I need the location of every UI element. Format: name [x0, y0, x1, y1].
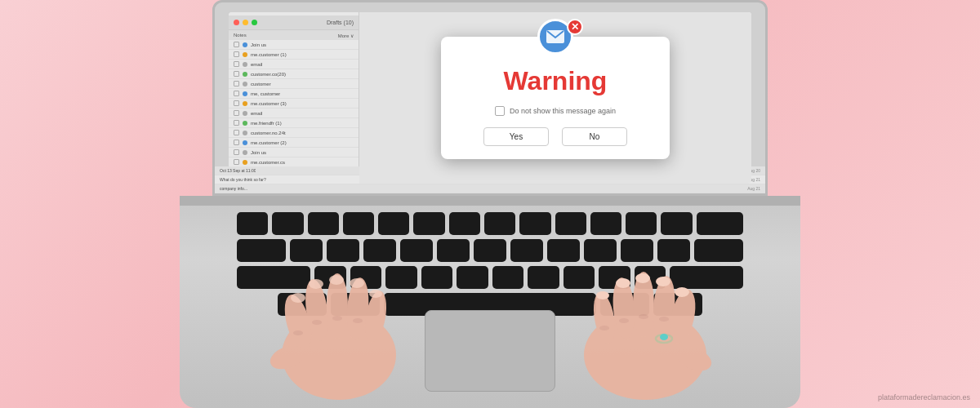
key[interactable]	[626, 212, 657, 235]
warning-title: Warning	[461, 66, 650, 96]
key-shift[interactable]	[278, 293, 327, 316]
key[interactable]	[343, 212, 374, 235]
sidebar-item: me.customer (2)	[229, 138, 359, 148]
sidebar-item: me, customer	[229, 89, 359, 99]
yes-button[interactable]: Yes	[483, 127, 549, 146]
sidebar-item: customer	[229, 79, 359, 89]
laptop-hinge	[180, 196, 800, 206]
sidebar-item: customer.co(20)	[229, 69, 359, 79]
key[interactable]	[363, 239, 396, 262]
key[interactable]	[272, 212, 303, 235]
key[interactable]	[547, 239, 580, 262]
key[interactable]	[314, 266, 346, 289]
key[interactable]	[437, 239, 470, 262]
dont-show-label: Do not show this message again	[510, 107, 616, 115]
sidebar-item: me.customer (1)	[229, 50, 359, 60]
no-button[interactable]: No	[562, 127, 627, 146]
key-enter[interactable]	[694, 239, 743, 262]
key-fn[interactable]	[331, 293, 380, 316]
key-caps[interactable]	[237, 266, 310, 289]
warning-dialog: ✕ Warning Do not show this message again…	[441, 37, 670, 159]
warning-buttons: Yes No	[461, 127, 650, 146]
key[interactable]	[237, 212, 268, 235]
key[interactable]	[584, 239, 617, 262]
dialog-overlay: ✕ Warning Do not show this message again…	[359, 12, 751, 184]
laptop-base	[180, 196, 800, 408]
key[interactable]	[474, 239, 506, 262]
screen-content: Drafts (10) Notes More ∨ Join us me.cust…	[229, 12, 751, 184]
key[interactable]	[308, 212, 339, 235]
key[interactable]	[484, 212, 515, 235]
key-delete[interactable]	[697, 212, 743, 235]
laptop-screen: Drafts (10) Notes More ∨ Join us me.cust…	[212, 0, 768, 196]
sidebar-item: me.customer (3)	[229, 99, 359, 109]
key[interactable]	[421, 266, 453, 289]
laptop: Drafts (10) Notes More ∨ Join us me.cust…	[172, 0, 808, 408]
key[interactable]	[449, 212, 480, 235]
key-alt-right[interactable]	[600, 293, 649, 316]
key[interactable]	[385, 266, 417, 289]
key[interactable]	[510, 239, 543, 262]
watermark: plataformadereclamacion.es	[878, 393, 970, 401]
warning-checkbox-row: Do not show this message again	[461, 106, 650, 116]
key-tab[interactable]	[237, 239, 286, 262]
key[interactable]	[635, 266, 666, 289]
sidebar-item: me.friendfr (1)	[229, 118, 359, 128]
key[interactable]	[621, 239, 653, 262]
touchpad[interactable]	[425, 310, 555, 392]
key[interactable]	[350, 266, 382, 289]
key[interactable]	[564, 266, 595, 289]
key-shift-right[interactable]	[670, 266, 743, 289]
key[interactable]	[657, 239, 690, 262]
sidebar-item: Join us	[229, 148, 359, 157]
email-error-icon: ✕	[567, 19, 583, 35]
keyboard	[237, 212, 743, 320]
key[interactable]	[400, 239, 433, 262]
key[interactable]	[528, 266, 559, 289]
sidebar-item: email	[229, 60, 359, 69]
key[interactable]	[378, 212, 409, 235]
key-ctrl-right[interactable]	[653, 293, 702, 316]
key[interactable]	[492, 266, 524, 289]
dont-show-checkbox[interactable]	[495, 106, 505, 116]
email-main: ✕ Warning Do not show this message again…	[359, 12, 751, 184]
key[interactable]	[555, 212, 586, 235]
sidebar-item: customer.no.24t	[229, 128, 359, 138]
key[interactable]	[590, 212, 621, 235]
key[interactable]	[661, 212, 692, 235]
email-sidebar: Drafts (10) Notes More ∨ Join us me.cust…	[229, 12, 359, 184]
key[interactable]	[290, 239, 323, 262]
sidebar-item: Join us	[229, 40, 359, 50]
sidebar-item: email	[229, 109, 359, 118]
key[interactable]	[413, 212, 444, 235]
key[interactable]	[327, 239, 359, 262]
key[interactable]	[457, 266, 488, 289]
key[interactable]	[519, 212, 550, 235]
key[interactable]	[599, 266, 630, 289]
